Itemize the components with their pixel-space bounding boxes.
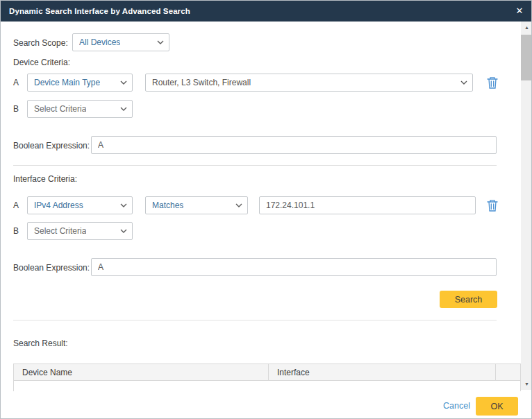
device-type-a-value: Device Main Type bbox=[34, 78, 100, 87]
interface-boolean-input[interactable] bbox=[91, 258, 497, 276]
interface-operator-value: Matches bbox=[152, 200, 183, 210]
column-header-device-name: Device Name bbox=[14, 364, 269, 380]
dialog-footer: Cancel OK bbox=[1, 391, 532, 419]
device-type-a-dropdown[interactable]: Device Main Type bbox=[27, 74, 133, 92]
column-header-spacer bbox=[496, 364, 520, 380]
interface-criteria-label: Interface Criteria: bbox=[13, 174, 77, 184]
interface-row-a-key: A bbox=[13, 200, 19, 210]
chevron-down-icon bbox=[120, 203, 127, 207]
device-boolean-input[interactable] bbox=[91, 136, 497, 154]
device-criteria-label: Device Criteria: bbox=[13, 58, 70, 67]
device-value-a-dropdown[interactable]: Router, L3 Switch, Firewall bbox=[145, 74, 473, 92]
chevron-down-icon bbox=[157, 40, 164, 44]
scroll-up-icon[interactable]: ▲ bbox=[521, 22, 532, 33]
table-header-row: Device Name Interface bbox=[13, 364, 521, 381]
chevron-down-icon bbox=[120, 229, 127, 233]
chevron-down-icon bbox=[120, 80, 127, 85]
trash-icon bbox=[486, 76, 499, 89]
ok-button[interactable]: OK bbox=[476, 397, 518, 416]
table-body bbox=[13, 381, 521, 392]
device-value-a-text: Router, L3 Switch, Firewall bbox=[152, 78, 251, 87]
interface-boolean-label: Boolean Expression: bbox=[13, 263, 90, 273]
device-type-b-value: Select Criteria bbox=[34, 104, 86, 114]
section-divider bbox=[13, 165, 497, 166]
interface-type-a-dropdown[interactable]: IPv4 Address bbox=[27, 196, 133, 214]
device-row-a-key: A bbox=[13, 78, 19, 87]
interface-row-b-key: B bbox=[13, 226, 19, 236]
device-boolean-label: Boolean Expression: bbox=[13, 141, 90, 151]
close-icon[interactable]: ✕ bbox=[510, 1, 529, 22]
interface-operator-dropdown[interactable]: Matches bbox=[145, 196, 248, 214]
column-header-interface: Interface bbox=[269, 364, 496, 380]
search-button[interactable]: Search bbox=[440, 291, 497, 308]
interface-type-a-value: IPv4 Address bbox=[34, 200, 83, 210]
interface-type-b-dropdown[interactable]: Select Criteria bbox=[27, 222, 133, 240]
trash-icon bbox=[486, 198, 499, 212]
search-result-label: Search Result: bbox=[13, 339, 68, 348]
vertical-scrollbar[interactable]: ▲ ▼ bbox=[521, 22, 532, 390]
search-scope-dropdown[interactable]: All Devices bbox=[72, 33, 169, 51]
search-result-table: Device Name Interface bbox=[13, 364, 521, 392]
device-type-b-dropdown[interactable]: Select Criteria bbox=[27, 100, 133, 118]
interface-type-b-value: Select Criteria bbox=[34, 226, 86, 236]
advanced-search-dialog: Dynamic Search Interface by Advanced Sea… bbox=[0, 0, 532, 419]
search-scope-label: Search Scope: bbox=[13, 38, 68, 48]
dialog-titlebar: Dynamic Search Interface by Advanced Sea… bbox=[1, 1, 532, 22]
delete-interface-criteria-button[interactable] bbox=[485, 198, 500, 214]
chevron-down-icon bbox=[235, 203, 242, 207]
device-row-b-key: B bbox=[13, 104, 19, 114]
scroll-down-icon[interactable]: ▼ bbox=[521, 378, 532, 390]
chevron-down-icon bbox=[120, 107, 127, 111]
section-divider bbox=[13, 320, 497, 320]
search-scope-value: All Devices bbox=[79, 37, 120, 47]
chevron-down-icon bbox=[460, 80, 467, 85]
interface-value-input[interactable] bbox=[259, 196, 476, 214]
scrollbar-thumb[interactable] bbox=[521, 35, 532, 80]
cancel-button[interactable]: Cancel bbox=[443, 401, 470, 411]
delete-device-criteria-button[interactable] bbox=[485, 75, 500, 92]
dialog-title: Dynamic Search Interface by Advanced Sea… bbox=[9, 1, 190, 22]
